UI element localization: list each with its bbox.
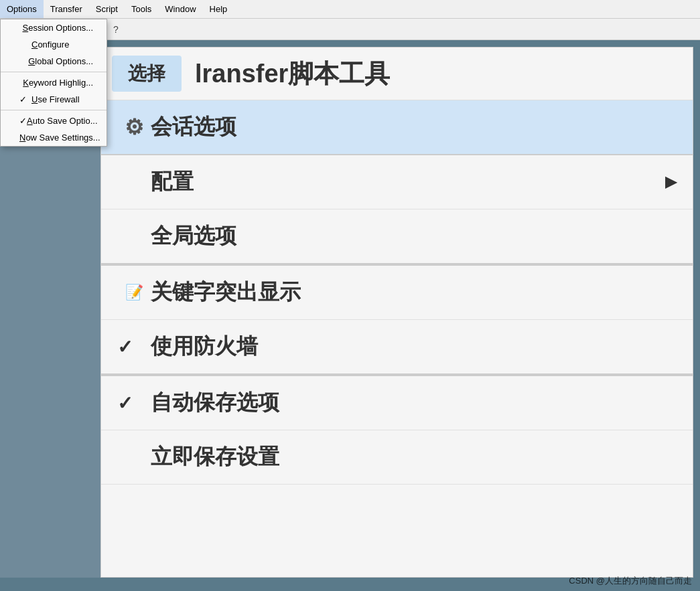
menu-help-label: Help xyxy=(210,4,228,14)
panel-item-session-options-label: 会话选项 xyxy=(151,112,236,142)
panel-header: 选择 lransfer脚本工具 xyxy=(101,48,693,100)
menu-transfer-label: Transfer xyxy=(50,4,82,14)
menu-window-label: Window xyxy=(165,4,196,14)
configure-menu-label: Configure xyxy=(31,39,69,50)
panel-item-global-options-label: 全局选项 xyxy=(151,222,236,251)
dropdown-firewall[interactable]: ✓ Use Firewall xyxy=(1,91,107,108)
panel-header-title: lransfer脚本工具 xyxy=(195,57,390,91)
watermark: CSDN @人生的方向随自己而走 xyxy=(569,575,692,587)
configure-arrow: ▶ xyxy=(665,173,677,191)
panel-header-blue: 选择 xyxy=(112,56,182,92)
toolbar-help[interactable]: ? xyxy=(108,21,124,37)
menu-script[interactable]: Script xyxy=(89,0,125,18)
keyword-icon: 📝 xyxy=(117,284,151,301)
menu-tools-label: Tools xyxy=(131,4,151,14)
auto-save-check: ✓ xyxy=(117,392,151,414)
dropdown-global-options[interactable]: Global Options... xyxy=(1,53,107,70)
menu-transfer[interactable]: Transfer xyxy=(44,0,89,18)
menu-window[interactable]: Window xyxy=(158,0,202,18)
panel-item-keyword[interactable]: 📝 关键字突出显示 xyxy=(101,264,693,320)
save-now-menu-label: Now Save Settings... xyxy=(19,133,100,143)
dropdown-separator-2 xyxy=(1,110,107,110)
auto-save-menu-check: ✓ xyxy=(19,116,27,126)
menubar: Options Transfer Script Tools Window Hel… xyxy=(0,0,700,19)
menu-options[interactable]: Options xyxy=(0,0,44,18)
panel-item-auto-save-label: 自动保存选项 xyxy=(151,388,279,418)
auto-save-menu-label: Auto Save Optio... xyxy=(27,116,98,126)
firewall-menu-label: Use Firewall xyxy=(31,94,80,104)
dropdown-save-now[interactable]: Now Save Settings... xyxy=(1,129,107,146)
menu-script-label: Script xyxy=(96,4,118,14)
watermark-text: CSDN @人生的方向随自己而走 xyxy=(569,576,692,586)
dropdown-keyword[interactable]: Keyword Highlig... xyxy=(1,74,107,91)
dropdown-configure[interactable]: Configure xyxy=(1,36,107,53)
panel-item-save-now[interactable]: 立即保存设置 xyxy=(101,430,693,485)
gear-icon: ⚙ xyxy=(117,114,151,140)
panel-item-global-options[interactable]: 全局选项 xyxy=(101,209,693,264)
global-options-menu-label: Global Options... xyxy=(28,56,93,66)
panel-item-firewall[interactable]: ✓ 使用防火墙 xyxy=(101,320,693,375)
firewall-check: ✓ xyxy=(117,336,151,358)
keyword-menu-label: Keyword Highlig... xyxy=(23,78,93,88)
content-panel: 选择 lransfer脚本工具 ⚙ 会话选项 配置 ▶ 全局选项 xyxy=(100,47,693,578)
panel-item-auto-save[interactable]: ✓ 自动保存选项 xyxy=(101,375,693,430)
session-options-label: Session Options... xyxy=(23,23,94,33)
panel-item-save-now-label: 立即保存设置 xyxy=(151,442,279,472)
panel-item-keyword-label: 关键字突出显示 xyxy=(151,278,301,307)
dropdown-session-options[interactable]: Session Options... xyxy=(1,19,107,36)
dropdown-auto-save[interactable]: ✓ Auto Save Optio... xyxy=(1,112,107,129)
panel-item-session-options[interactable]: ⚙ 会话选项 xyxy=(101,100,693,155)
menu-tools[interactable]: Tools xyxy=(125,0,158,18)
panel-menu: ⚙ 会话选项 配置 ▶ 全局选项 📝 关键字突出显示 ✓ xyxy=(101,100,693,485)
firewall-menu-check: ✓ xyxy=(19,94,31,104)
dropdown-separator-1 xyxy=(1,72,107,72)
menu-options-label: Options xyxy=(7,4,37,14)
panel-item-configure-label: 配置 xyxy=(151,167,194,197)
panel-item-configure[interactable]: 配置 ▶ xyxy=(101,155,693,209)
panel-item-firewall-label: 使用防火墙 xyxy=(151,332,258,361)
menu-help[interactable]: Help xyxy=(203,0,234,18)
dropdown-menu: Session Options... Configure Global Opti… xyxy=(0,19,107,147)
